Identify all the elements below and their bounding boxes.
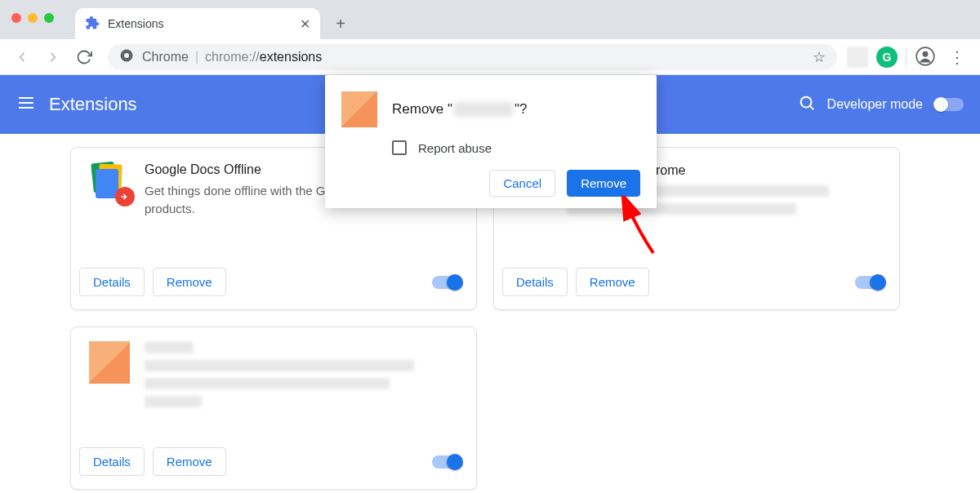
svg-point-7 (800, 97, 811, 108)
profile-icon[interactable] (915, 46, 938, 69)
dialog-title-prefix: Remove " (392, 101, 452, 118)
remove-extension-dialog: Remove " "? Report abuse Cancel Remove (325, 75, 657, 208)
dialog-extension-name-blurred (454, 102, 513, 117)
back-button[interactable] (8, 43, 36, 71)
developer-mode-label: Developer mode (827, 97, 923, 112)
toolbar-separator (906, 48, 906, 66)
extension-card: Details Remove (70, 326, 477, 490)
details-button[interactable]: Details (502, 268, 568, 296)
developer-mode-toggle[interactable] (934, 98, 964, 111)
details-button[interactable]: Details (79, 268, 145, 296)
window-controls (11, 13, 54, 23)
remove-button[interactable]: Remove (153, 268, 226, 296)
address-bar[interactable]: Chrome | chrome://extensions ☆ (108, 44, 837, 70)
dialog-remove-button[interactable]: Remove (567, 170, 640, 197)
extension-enabled-toggle[interactable] (432, 455, 461, 469)
minimize-window-button[interactable] (28, 13, 38, 23)
remove-button[interactable]: Remove (153, 447, 226, 476)
grammarly-extension-icon[interactable]: G (876, 47, 898, 68)
details-button[interactable]: Details (79, 447, 145, 476)
report-abuse-label: Report abuse (418, 141, 492, 155)
report-abuse-checkbox[interactable] (392, 140, 407, 155)
url-path: extensions (260, 50, 323, 64)
bookmark-star-icon[interactable]: ☆ (813, 48, 826, 66)
dialog-title-suffix: "? (514, 101, 528, 118)
maximize-window-button[interactable] (44, 13, 54, 23)
extension-puzzle-icon (85, 16, 100, 33)
new-tab-button[interactable]: + (328, 11, 353, 36)
chrome-icon (119, 48, 134, 66)
hamburger-menu-icon[interactable] (16, 93, 36, 116)
close-tab-icon[interactable]: ✕ (300, 16, 310, 32)
forward-button[interactable] (39, 43, 67, 71)
menu-icon[interactable]: ⋮ (946, 47, 969, 67)
dialog-extension-icon (341, 91, 377, 127)
svg-point-3 (923, 51, 929, 56)
url-scheme: Chrome (142, 50, 189, 64)
google-docs-offline-icon (89, 162, 130, 203)
url-prefix: chrome:// (205, 50, 260, 64)
window-title-bar: Extensions ✕ + (0, 0, 980, 39)
tab-title: Extensions (108, 17, 300, 30)
reload-button[interactable] (70, 43, 98, 71)
svg-line-8 (810, 106, 813, 109)
remove-button[interactable]: Remove (576, 268, 649, 296)
browser-toolbar: Chrome | chrome://extensions ☆ G ⋮ (0, 39, 980, 75)
url-separator: | (195, 50, 198, 64)
close-window-button[interactable] (11, 13, 21, 23)
dialog-title: Remove " "? (392, 101, 528, 118)
extension-icon-blurred (89, 342, 130, 383)
extension-shortcut-icon[interactable] (847, 47, 868, 68)
browser-tab[interactable]: Extensions ✕ (75, 8, 320, 39)
svg-point-1 (124, 53, 129, 58)
search-icon[interactable] (798, 94, 816, 115)
extension-enabled-toggle[interactable] (432, 276, 461, 289)
extension-enabled-toggle[interactable] (855, 276, 884, 289)
dialog-cancel-button[interactable]: Cancel (489, 170, 555, 197)
toolbar-right: G ⋮ (847, 46, 972, 69)
